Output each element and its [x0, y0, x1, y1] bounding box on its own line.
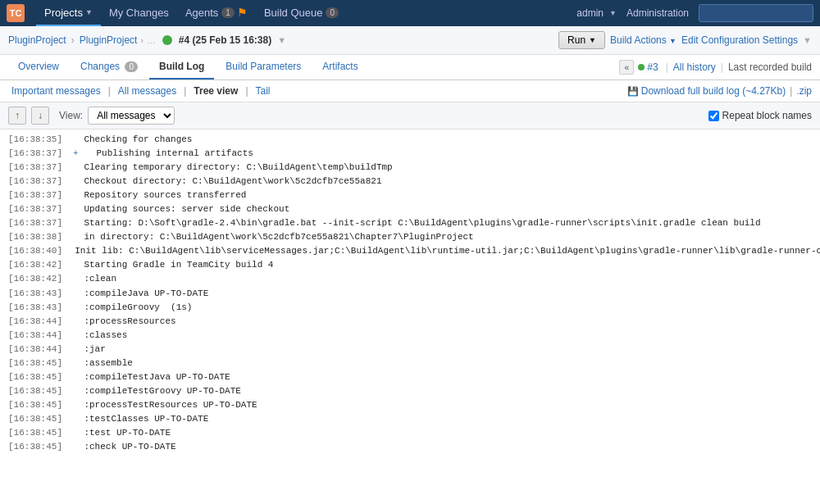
all-history-link[interactable]: All history	[673, 61, 716, 73]
breadcrumb-actions: Run ▼ Build Actions ▼ Edit Configuration…	[558, 31, 812, 49]
prev-build-arrow[interactable]: «	[619, 60, 634, 75]
log-message: :jar	[73, 343, 106, 356]
breadcrumb-project[interactable]: PluginProject	[8, 34, 66, 46]
subtab-important[interactable]: Important messages	[8, 84, 104, 98]
nav-agents[interactable]: Agents 1 ⚑	[177, 0, 256, 26]
log-time: [16:38:43]	[8, 287, 73, 301]
edit-config-arrow-icon: ▼	[803, 35, 812, 45]
breadcrumb-subproject[interactable]: PluginProject	[80, 34, 138, 46]
current-user[interactable]: admin ▼	[576, 7, 617, 19]
tab-changes[interactable]: Changes 0	[71, 55, 148, 79]
user-arrow-icon: ▼	[609, 9, 617, 17]
tab-overview[interactable]: Overview	[8, 55, 69, 79]
log-time: [16:38:42]	[8, 258, 73, 272]
log-time: [16:38:35]	[8, 133, 73, 147]
log-time: [16:38:37]	[8, 147, 73, 161]
view-label: View:	[59, 110, 83, 121]
log-message: + Publishing internal artifacts	[73, 147, 253, 161]
log-message: :processResources	[73, 315, 175, 329]
breadcrumb-arrow-icon: ›	[140, 36, 143, 45]
log-line: [16:38:42] :clean	[8, 272, 812, 286]
prev-next-arrows: « #3	[619, 60, 660, 75]
log-line: [16:38:37] + Publishing internal artifac…	[8, 147, 812, 161]
nav-build-queue[interactable]: Build Queue 0	[256, 0, 347, 26]
build-actions-arrow-icon: ▼	[669, 37, 676, 45]
build-actions-link[interactable]: Build Actions ▼	[610, 34, 676, 46]
log-time: [16:38:44]	[8, 329, 73, 343]
log-line: [16:38:45] :assemble	[8, 356, 812, 370]
log-time: [16:38:45]	[8, 426, 73, 440]
log-line: [16:38:37] Repository sources transferre…	[8, 188, 812, 202]
log-message: :check UP-TO-DATE	[73, 440, 175, 453]
tab-build-log[interactable]: Build Log	[149, 55, 214, 79]
subtab-bar: Important messages | All messages | Tree…	[0, 80, 820, 102]
breadcrumb-build-num: #4 (25 Feb 15 16:38)	[179, 34, 271, 46]
administration-link[interactable]: Administration	[626, 7, 689, 19]
subtab-sep-2: |	[184, 85, 186, 97]
download-sep: |	[790, 85, 792, 97]
log-message: :compileJava UP-TO-DATE	[73, 287, 208, 301]
download-log-link[interactable]: 💾 Download full build log (~4.27Kb) | .z…	[627, 85, 812, 97]
log-time: [16:38:42]	[8, 272, 73, 286]
tab-bar: Overview Changes 0 Build Log Build Param…	[0, 55, 820, 80]
log-message: Starting Gradle in TeamCity build 4	[73, 258, 273, 272]
log-expand-icon[interactable]: +	[73, 149, 83, 158]
log-message: Checking for changes	[73, 133, 192, 147]
log-line: [16:38:44] :jar	[8, 343, 812, 356]
prev-build-link[interactable]: #3	[647, 61, 658, 73]
log-line: [16:38:37] Updating sources: server side…	[8, 202, 812, 216]
log-message: Checkout directory: C:\BuildAgent\work\5…	[73, 175, 381, 188]
projects-arrow-icon: ▼	[85, 8, 93, 16]
subtab-tail[interactable]: Tail	[253, 84, 274, 98]
log-line: [16:38:35] Checking for changes	[8, 133, 812, 147]
logo-icon: TC	[7, 4, 25, 22]
log-line: [16:38:45] :test UP-TO-DATE	[8, 426, 812, 440]
subtab-all-messages[interactable]: All messages	[115, 84, 180, 98]
log-line: [16:38:45] :compileTestGroovy UP-TO-DATE	[8, 384, 812, 398]
log-time: [16:38:45]	[8, 356, 73, 370]
subtab-sep-3: |	[245, 85, 248, 97]
log-message: :compileGroovy (1s)	[73, 301, 192, 315]
scroll-top-button[interactable]: ↑	[8, 107, 26, 125]
log-message: Starting: D:\Soft\gradle-2.4\bin\gradle.…	[73, 216, 760, 230]
log-message: Clearing temporary directory: C:\BuildAg…	[73, 161, 392, 175]
nav-my-changes[interactable]: My Changes	[101, 0, 177, 26]
scroll-bottom-button[interactable]: ↓	[31, 107, 49, 125]
run-button[interactable]: Run ▼	[558, 31, 605, 49]
search-input[interactable]	[699, 4, 813, 22]
log-line: [16:38:37] Starting: D:\Soft\gradle-2.4\…	[8, 216, 812, 230]
subtab-tree-view[interactable]: Tree view	[190, 84, 241, 98]
tab-build-parameters[interactable]: Build Parameters	[216, 55, 311, 79]
changes-badge: 0	[125, 61, 138, 72]
log-message: :compileTestGroovy UP-TO-DATE	[73, 384, 241, 398]
download-icon: 💾	[627, 86, 639, 97]
log-message: :assemble	[73, 356, 133, 370]
log-time: [16:38:45]	[8, 440, 73, 453]
log-line: [16:38:44] :processResources	[8, 315, 812, 329]
subtab-sep-1: |	[108, 85, 111, 97]
log-line: [16:38:45] :processTestResources UP-TO-D…	[8, 398, 812, 412]
repeat-block-names-checkbox[interactable]	[708, 111, 719, 121]
log-line: [16:38:44] :classes	[8, 329, 812, 343]
log-time: [16:38:38]	[8, 230, 73, 244]
log-line: [16:38:45] :compileTestJava UP-TO-DATE	[8, 370, 812, 384]
log-message: :processTestResources UP-TO-DATE	[73, 398, 257, 412]
nav-projects[interactable]: Projects ▼	[36, 0, 101, 26]
log-message: Repository sources transferred	[73, 188, 246, 202]
log-line: [16:38:37] Checkout directory: C:\BuildA…	[8, 175, 812, 188]
log-time: [16:38:45]	[8, 398, 73, 412]
log-message: :testClasses UP-TO-DATE	[73, 412, 208, 426]
log-message: :clean	[73, 272, 116, 286]
log-line: [16:38:37] Clearing temporary directory:…	[8, 161, 812, 175]
log-line: [16:38:45] :check UP-TO-DATE	[8, 440, 812, 453]
breadcrumb-indicator: …	[147, 35, 156, 45]
log-line: [16:38:43] :compileJava UP-TO-DATE	[8, 287, 812, 301]
log-time: [16:38:44]	[8, 343, 73, 356]
tab-artifacts[interactable]: Artifacts	[312, 55, 367, 79]
view-select[interactable]: All messages	[88, 107, 175, 125]
log-message: :classes	[73, 329, 127, 343]
log-time: [16:38:37]	[8, 216, 73, 230]
breadcrumb-bar: PluginProject › PluginProject › … #4 (25…	[0, 26, 820, 55]
log-line: [16:38:45] :testClasses UP-TO-DATE	[8, 412, 812, 426]
edit-config-link[interactable]: Edit Configuration Settings	[681, 34, 798, 46]
